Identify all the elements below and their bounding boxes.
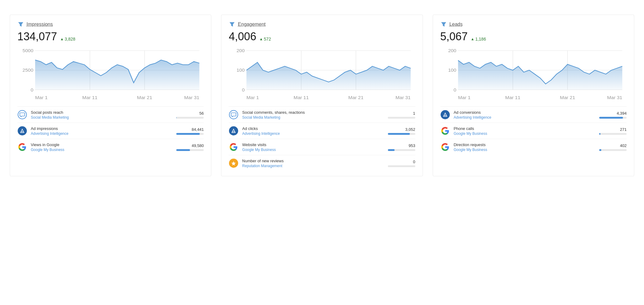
social-icon <box>18 110 27 119</box>
svg-text:0: 0 <box>242 87 245 92</box>
metric-row: 134,077 ▲ 3,828 <box>17 30 204 43</box>
metric-icon-wrapper <box>440 110 450 120</box>
panel-leads: Leads 5,067 ▲ 1,186 200 100 0 <box>433 15 634 176</box>
metric-item-name: Social posts reach <box>31 110 173 115</box>
metric-icon-wrapper <box>440 126 450 136</box>
metric-item-name: Views in Google <box>31 142 173 147</box>
metric-item-right: 271 <box>599 127 627 135</box>
metric-item-source[interactable]: Social Media Marketing <box>242 115 384 120</box>
metric-icon-wrapper <box>229 110 238 120</box>
metric-item: Social posts reach Social Media Marketin… <box>17 106 204 123</box>
ad-icon <box>18 126 27 135</box>
metric-item-right: 56 <box>176 111 204 119</box>
panel-header: Leads <box>440 21 627 28</box>
metric-item-count: 3,052 <box>405 127 415 132</box>
bar-track <box>176 149 204 151</box>
metric-item-count: 271 <box>620 127 627 132</box>
svg-text:Mar 21: Mar 21 <box>137 95 152 100</box>
metric-item-right: 953 <box>388 143 415 151</box>
metric-value: 5,067 <box>440 30 468 43</box>
delta-arrow: ▲ <box>259 37 263 41</box>
metric-item-count: 56 <box>199 111 204 116</box>
ad-icon <box>229 126 238 135</box>
metric-item-info: Views in Google Google My Business <box>31 142 173 152</box>
svg-text:Mar 31: Mar 31 <box>395 95 411 100</box>
panel-header: Engagement <box>229 21 415 28</box>
metric-item-info: Number of new reviews Reputation Managem… <box>242 159 384 168</box>
metric-item-count: 84,441 <box>192 127 204 132</box>
reputation-icon <box>229 159 238 168</box>
delta-value: 3,828 <box>65 37 75 41</box>
metric-row: 5,067 ▲ 1,186 <box>440 30 627 43</box>
svg-text:200: 200 <box>237 48 245 53</box>
metric-item-info: Social comments, shares, reactions Socia… <box>242 110 384 120</box>
bar-fill <box>176 149 190 151</box>
svg-marker-0 <box>18 22 23 27</box>
metric-item-name: Direction requests <box>454 142 596 147</box>
svg-marker-28 <box>232 129 235 132</box>
bar-track <box>388 133 415 135</box>
metric-delta: ▲ 1,186 <box>471 37 486 41</box>
bar-track <box>599 133 627 135</box>
metric-icon-wrapper <box>17 142 27 152</box>
google-icon <box>441 142 450 152</box>
metric-item: Views in Google Google My Business 49,58… <box>17 139 204 155</box>
metric-value: 4,006 <box>229 30 256 43</box>
delta-arrow: ▲ <box>471 37 474 41</box>
svg-text:Mar 31: Mar 31 <box>607 95 622 100</box>
bar-fill <box>176 133 200 135</box>
metric-item-source[interactable]: Google My Business <box>31 148 173 152</box>
panel-title: Leads <box>449 22 463 27</box>
metric-item-source[interactable]: Reputation Management <box>242 164 384 168</box>
svg-text:100: 100 <box>237 68 245 73</box>
metric-value: 134,077 <box>17 30 57 43</box>
metric-item-source[interactable]: Google My Business <box>242 148 384 152</box>
svg-text:100: 100 <box>448 68 456 73</box>
metric-item-source[interactable]: Advertising Intelligence <box>31 131 173 136</box>
metric-item: Phone calls Google My Business 271 <box>440 123 627 139</box>
metric-item-right: 4,394 <box>599 111 627 119</box>
bar-track <box>176 133 204 135</box>
svg-text:2500: 2500 <box>23 68 34 73</box>
metric-item-count: 402 <box>620 143 627 148</box>
metric-item-right: 3,052 <box>388 127 415 135</box>
metric-item-right: 402 <box>599 143 627 151</box>
metric-item-name: Number of new reviews <box>242 159 384 163</box>
metric-item-source[interactable]: Google My Business <box>454 148 596 152</box>
metric-item-count: 1 <box>413 111 415 116</box>
metric-item-source[interactable]: Google My Business <box>454 131 596 136</box>
bar-track <box>599 117 627 119</box>
metric-item-source[interactable]: Social Media Marketing <box>31 115 173 120</box>
metric-item: Ad conversions Advertising Intelligence … <box>440 106 627 123</box>
metric-icon-wrapper <box>229 126 238 136</box>
metric-item-info: Direction requests Google My Business <box>454 142 596 152</box>
metric-item-right: 84,441 <box>176 127 204 135</box>
svg-text:Mar 1: Mar 1 <box>35 95 48 100</box>
svg-text:Mar 11: Mar 11 <box>294 95 309 100</box>
metric-icon-wrapper <box>17 110 27 120</box>
metric-item-count: 0 <box>413 160 415 164</box>
metric-item-info: Ad conversions Advertising Intelligence <box>454 110 596 120</box>
metric-item-source[interactable]: Advertising Intelligence <box>454 115 596 120</box>
panel-title: Engagement <box>238 22 266 27</box>
svg-text:Mar 21: Mar 21 <box>560 95 575 100</box>
svg-text:5000: 5000 <box>23 48 34 53</box>
metric-item-name: Ad impressions <box>31 126 173 131</box>
delta-value: 572 <box>264 37 271 41</box>
google-icon <box>441 126 450 135</box>
metric-item-name: Ad conversions <box>454 110 596 115</box>
bar-fill <box>599 117 623 119</box>
metrics-list: Ad conversions Advertising Intelligence … <box>440 106 627 155</box>
svg-marker-13 <box>20 129 24 132</box>
metric-item: Number of new reviews Reputation Managem… <box>229 155 415 171</box>
metric-item-source[interactable]: Advertising Intelligence <box>242 131 384 136</box>
delta-value: 1,186 <box>475 37 486 41</box>
bar-fill <box>599 149 601 151</box>
panels-container: Impressions 134,077 ▲ 3,828 5000 2500 0 <box>10 15 634 176</box>
metric-delta: ▲ 3,828 <box>60 37 75 41</box>
metric-icon-wrapper <box>229 142 238 152</box>
metric-item-name: Phone calls <box>454 126 596 131</box>
metric-delta: ▲ 572 <box>259 37 271 41</box>
metric-item-right: 0 <box>388 160 415 167</box>
funnel-icon <box>17 21 24 28</box>
